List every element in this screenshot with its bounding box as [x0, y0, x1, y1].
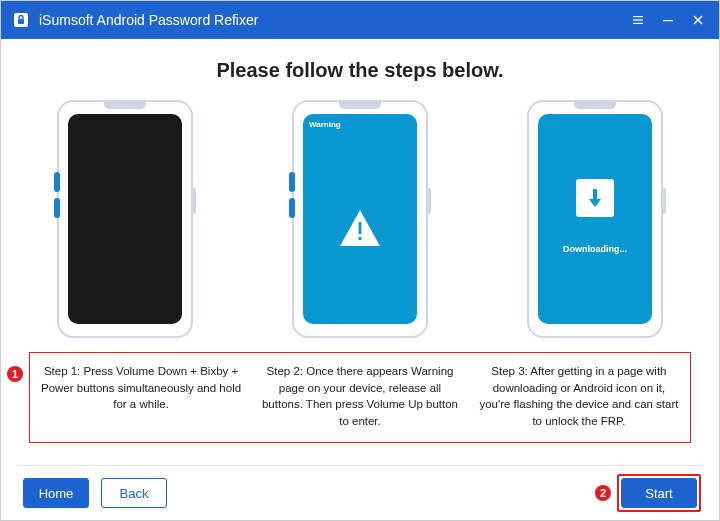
svg-rect-10	[593, 189, 597, 199]
close-icon	[692, 14, 704, 26]
phone-notch-icon	[574, 102, 616, 109]
svg-rect-4	[633, 23, 643, 24]
svg-rect-2	[633, 16, 643, 17]
content-area: Please follow the steps below. Warning	[1, 39, 719, 465]
phone-side-button-icon	[661, 188, 666, 214]
app-title: iSumsoft Android Password Refixer	[39, 12, 623, 28]
start-button[interactable]: Start	[621, 478, 697, 508]
page-heading: Please follow the steps below.	[29, 59, 691, 82]
phone-screen-warning: Warning	[303, 114, 417, 324]
warning-triangle-icon	[338, 208, 382, 252]
phone-illustration-warning: Warning	[292, 100, 428, 338]
step-3-text: Step 3: After getting in a page with dow…	[476, 363, 682, 430]
phone-illustration-off	[57, 100, 193, 338]
phone-notch-icon	[339, 102, 381, 109]
svg-rect-9	[359, 237, 362, 240]
svg-rect-8	[359, 222, 362, 234]
phone-screen-off	[68, 114, 182, 324]
step-1-text: Step 1: Press Volume Down + Bixby + Powe…	[38, 363, 244, 430]
svg-rect-3	[633, 19, 643, 20]
phone-notch-icon	[104, 102, 146, 109]
phone-illustration-downloading: Downloading...	[527, 100, 663, 338]
step-2-text: Step 2: Once there appears Warning page …	[257, 363, 463, 430]
phone-screen-downloading: Downloading...	[538, 114, 652, 324]
app-lock-icon	[11, 10, 31, 30]
back-button[interactable]: Back	[101, 478, 167, 508]
phones-row: Warning	[29, 100, 691, 346]
close-button[interactable]	[683, 1, 713, 39]
titlebar: iSumsoft Android Password Refixer	[1, 1, 719, 39]
annotation-callout-2: 2	[595, 485, 611, 501]
phone-side-button-icon	[289, 172, 295, 192]
svg-rect-1	[18, 19, 24, 24]
home-button[interactable]: Home	[23, 478, 89, 508]
menu-icon	[632, 14, 644, 26]
phone-warning-label: Warning	[309, 120, 341, 129]
download-box-icon	[576, 179, 614, 217]
phone-side-button-icon	[191, 188, 196, 214]
steps-box: Step 1: Press Volume Down + Bixby + Powe…	[29, 352, 691, 443]
minimize-button[interactable]	[653, 1, 683, 39]
phone-side-button-icon	[426, 188, 431, 214]
menu-button[interactable]	[623, 1, 653, 39]
minimize-icon	[662, 14, 674, 26]
footer: Home Back 2 Start	[1, 466, 719, 520]
download-arrow-icon	[584, 187, 606, 209]
phone-side-button-icon	[54, 172, 60, 192]
steps-container: 1 Step 1: Press Volume Down + Bixby + Po…	[29, 352, 691, 443]
annotation-callout-1: 1	[7, 366, 23, 382]
start-button-highlight: 2 Start	[621, 478, 697, 508]
phone-download-label: Downloading...	[538, 244, 652, 254]
phone-side-button-icon	[54, 198, 60, 218]
phone-side-button-icon	[289, 198, 295, 218]
svg-rect-5	[663, 20, 673, 21]
